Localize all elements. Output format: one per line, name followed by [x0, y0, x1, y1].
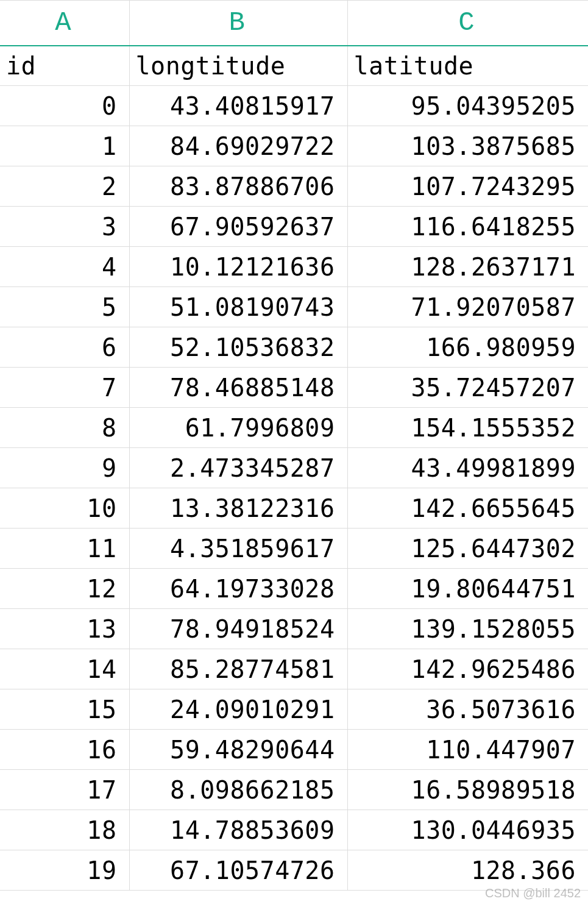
header-row: id longtitude latitude: [0, 46, 588, 86]
cell-latitude[interactable]: 35.72457207: [347, 368, 588, 408]
cell-latitude[interactable]: 110.447907: [347, 730, 588, 770]
table-row: 043.4081591795.04395205: [0, 86, 588, 126]
cell-id[interactable]: 2: [0, 166, 129, 207]
cell-latitude[interactable]: 128.366: [347, 850, 588, 891]
cell-latitude[interactable]: 19.80644751: [347, 569, 588, 609]
cell-id[interactable]: 17: [0, 770, 129, 810]
header-longtitude[interactable]: longtitude: [129, 46, 347, 86]
table-row: 178.09866218516.58989518: [0, 770, 588, 810]
cell-id[interactable]: 4: [0, 247, 129, 287]
cell-longtitude[interactable]: 24.09010291: [129, 689, 347, 730]
table-row: 1264.1973302819.80644751: [0, 569, 588, 609]
cell-id[interactable]: 18: [0, 810, 129, 850]
header-latitude[interactable]: latitude: [347, 46, 588, 86]
table-row: 410.12121636128.2637171: [0, 247, 588, 287]
cell-latitude[interactable]: 43.49981899: [347, 448, 588, 488]
cell-latitude[interactable]: 95.04395205: [347, 86, 588, 126]
cell-latitude[interactable]: 130.0446935: [347, 810, 588, 850]
table-row: 1013.38122316142.6655645: [0, 488, 588, 529]
cell-latitude[interactable]: 107.7243295: [347, 166, 588, 207]
cell-longtitude[interactable]: 83.87886706: [129, 166, 347, 207]
cell-id[interactable]: 1: [0, 126, 129, 166]
cell-longtitude[interactable]: 85.28774581: [129, 649, 347, 689]
cell-longtitude[interactable]: 78.46885148: [129, 368, 347, 408]
cell-longtitude[interactable]: 10.12121636: [129, 247, 347, 287]
column-letters-row: A B C: [0, 1, 588, 46]
cell-longtitude[interactable]: 64.19733028: [129, 569, 347, 609]
cell-id[interactable]: 5: [0, 287, 129, 327]
cell-latitude[interactable]: 71.92070587: [347, 287, 588, 327]
table-row: 283.87886706107.7243295: [0, 166, 588, 207]
cell-longtitude[interactable]: 78.94918524: [129, 609, 347, 649]
cell-latitude[interactable]: 142.9625486: [347, 649, 588, 689]
table-row: 184.69029722103.3875685: [0, 126, 588, 166]
table-row: 114.351859617125.6447302: [0, 529, 588, 569]
table-row: 1485.28774581142.9625486: [0, 649, 588, 689]
table-row: 367.90592637116.6418255: [0, 207, 588, 247]
cell-longtitude[interactable]: 43.40815917: [129, 86, 347, 126]
cell-latitude[interactable]: 116.6418255: [347, 207, 588, 247]
cell-latitude[interactable]: 142.6655645: [347, 488, 588, 529]
col-header-a[interactable]: A: [0, 1, 129, 46]
cell-latitude[interactable]: 36.5073616: [347, 689, 588, 730]
table-row: 1659.48290644110.447907: [0, 730, 588, 770]
cell-longtitude[interactable]: 14.78853609: [129, 810, 347, 850]
cell-id[interactable]: 16: [0, 730, 129, 770]
cell-id[interactable]: 9: [0, 448, 129, 488]
table-row: 778.4688514835.72457207: [0, 368, 588, 408]
cell-longtitude[interactable]: 59.48290644: [129, 730, 347, 770]
spreadsheet-table[interactable]: A B C id longtitude latitude 043.4081591…: [0, 0, 588, 891]
table-row: 1814.78853609130.0446935: [0, 810, 588, 850]
cell-longtitude[interactable]: 51.08190743: [129, 287, 347, 327]
cell-id[interactable]: 11: [0, 529, 129, 569]
cell-id[interactable]: 10: [0, 488, 129, 529]
cell-id[interactable]: 12: [0, 569, 129, 609]
cell-longtitude[interactable]: 52.10536832: [129, 327, 347, 368]
cell-longtitude[interactable]: 84.69029722: [129, 126, 347, 166]
table-row: 1524.0901029136.5073616: [0, 689, 588, 730]
cell-latitude[interactable]: 125.6447302: [347, 529, 588, 569]
cell-longtitude[interactable]: 67.10574726: [129, 850, 347, 891]
cell-latitude[interactable]: 166.980959: [347, 327, 588, 368]
cell-longtitude[interactable]: 4.351859617: [129, 529, 347, 569]
cell-latitude[interactable]: 139.1528055: [347, 609, 588, 649]
cell-latitude[interactable]: 128.2637171: [347, 247, 588, 287]
cell-latitude[interactable]: 103.3875685: [347, 126, 588, 166]
cell-longtitude[interactable]: 8.098662185: [129, 770, 347, 810]
table-row: 861.7996809154.1555352: [0, 408, 588, 448]
cell-id[interactable]: 15: [0, 689, 129, 730]
cell-id[interactable]: 8: [0, 408, 129, 448]
table-row: 92.47334528743.49981899: [0, 448, 588, 488]
cell-longtitude[interactable]: 61.7996809: [129, 408, 347, 448]
cell-id[interactable]: 14: [0, 649, 129, 689]
cell-longtitude[interactable]: 2.473345287: [129, 448, 347, 488]
table-row: 551.0819074371.92070587: [0, 287, 588, 327]
cell-id[interactable]: 13: [0, 609, 129, 649]
cell-id[interactable]: 19: [0, 850, 129, 891]
cell-latitude[interactable]: 16.58989518: [347, 770, 588, 810]
header-id[interactable]: id: [0, 46, 129, 86]
col-header-c[interactable]: C: [347, 1, 588, 46]
col-header-b[interactable]: B: [129, 1, 347, 46]
watermark: CSDN @bill 2452: [485, 886, 581, 900]
cell-latitude[interactable]: 154.1555352: [347, 408, 588, 448]
table-row: 1967.10574726128.366: [0, 850, 588, 891]
table-row: 652.10536832166.980959: [0, 327, 588, 368]
cell-longtitude[interactable]: 13.38122316: [129, 488, 347, 529]
cell-id[interactable]: 7: [0, 368, 129, 408]
cell-id[interactable]: 3: [0, 207, 129, 247]
cell-id[interactable]: 0: [0, 86, 129, 126]
cell-id[interactable]: 6: [0, 327, 129, 368]
table-row: 1378.94918524139.1528055: [0, 609, 588, 649]
cell-longtitude[interactable]: 67.90592637: [129, 207, 347, 247]
